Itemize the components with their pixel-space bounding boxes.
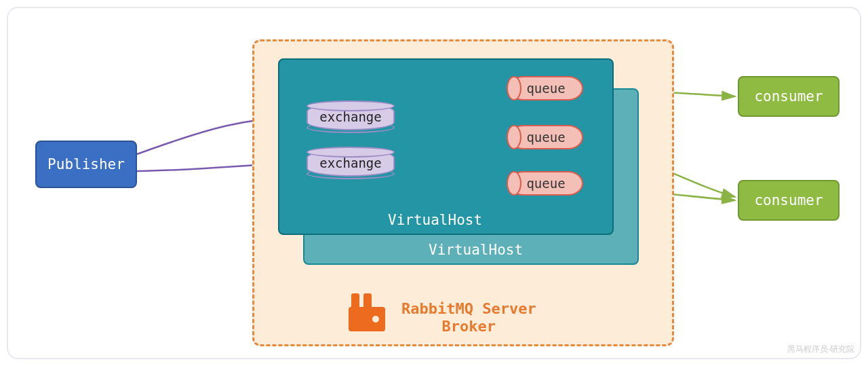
- queue-node: queue: [509, 171, 583, 196]
- consumer-label: consumer: [754, 88, 823, 105]
- exchange-label: exchange: [319, 109, 382, 124]
- broker-title-line2: Broker: [401, 318, 536, 335]
- watermark-text: 黑马程序员·研究院: [787, 344, 854, 355]
- publisher-node: Publisher: [35, 141, 137, 188]
- exchange-node: exchange: [307, 103, 395, 130]
- broker-title-line1: RabbitMQ Server: [401, 300, 536, 318]
- queue-label: queue: [526, 176, 565, 191]
- diagram-canvas: Publisher VirtualHost VirtualHost exchan…: [7, 7, 861, 359]
- rabbitmq-icon: [347, 292, 388, 333]
- virtualhost-label: VirtualHost: [388, 212, 482, 228]
- queue-node: queue: [509, 76, 583, 100]
- consumer-node: consumer: [738, 180, 840, 221]
- consumer-label: consumer: [754, 192, 823, 208]
- consumer-node: consumer: [738, 76, 840, 117]
- exchange-node: exchange: [307, 149, 395, 177]
- svg-point-3: [372, 316, 379, 323]
- queue-label: queue: [526, 130, 565, 145]
- queue-node: queue: [509, 125, 583, 149]
- exchange-label: exchange: [319, 155, 382, 170]
- virtualhost-label: VirtualHost: [429, 242, 523, 258]
- broker-title: RabbitMQ Server Broker: [401, 300, 536, 336]
- publisher-label: Publisher: [47, 156, 125, 172]
- queue-label: queue: [526, 81, 565, 96]
- svg-rect-2: [349, 307, 385, 331]
